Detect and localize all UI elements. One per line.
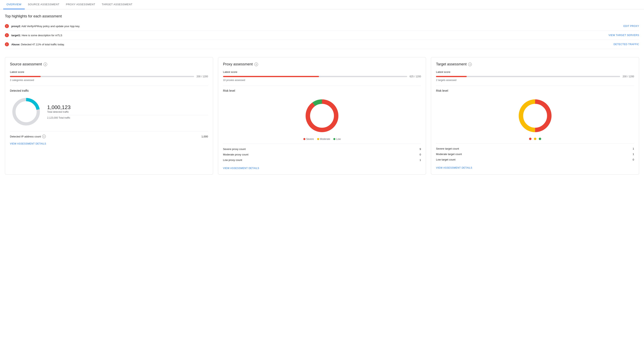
proxy-legend-low: Low: [333, 138, 340, 140]
alert-detail-proxy: Add VerifyAPIKey policy and update your …: [21, 25, 80, 28]
source-view-details-link[interactable]: VIEW ASSESSMENT DETAILS: [10, 142, 46, 145]
detected-traffic-link[interactable]: DETECTED TRAFFIC: [614, 43, 639, 46]
target-legend-severe-dot: [529, 138, 532, 140]
source-score-value: 200 / 1200: [196, 75, 208, 78]
target-divider-1: [436, 86, 634, 86]
source-traffic-content: 1,000,123 Total detected traffic 2,123,0…: [10, 96, 208, 128]
target-low-row: Low target count 0: [436, 157, 634, 162]
proxy-low-label: Low proxy count: [223, 158, 242, 162]
proxy-low-count: 1: [420, 158, 421, 162]
alert-left-proxy: ! proxy2: Add VerifyAPIKey policy and up…: [5, 24, 80, 28]
target-score-label: Latest score: [436, 70, 634, 74]
target-severe-row: Severe target count 1: [436, 146, 634, 152]
target-score-bar-row: 200 / 1200: [436, 75, 634, 78]
target-score-section: Latest score 200 / 1200 2 targets assess…: [436, 70, 634, 82]
cards-row: Source assessment i Latest score 200 / 1…: [0, 52, 644, 180]
view-target-servers-link[interactable]: VIEW TARGET SERVERS: [608, 34, 639, 37]
proxy-legend-moderate: Moderate: [317, 138, 330, 140]
target-legend-moderate-dot: [534, 138, 536, 140]
source-title-text: Source assessment: [10, 62, 42, 66]
source-traffic-total: 2,123,000 Total traffic: [47, 116, 208, 119]
source-traffic-divider: [47, 115, 208, 115]
tab-source-assessment[interactable]: SOURCE ASSESSMENT: [25, 0, 63, 9]
alert-row-target: ! target1: Here is some description for …: [5, 31, 639, 40]
target-low-count: 0: [633, 158, 634, 161]
proxy-donut-svg: [302, 96, 342, 136]
target-info-icon[interactable]: i: [468, 62, 472, 66]
alert-text-target: target1: Here is some description for mT…: [11, 34, 62, 37]
source-ip-label: Detected IP address count i: [10, 134, 46, 138]
target-score-track: [436, 76, 620, 77]
source-score-section: Latest score 200 / 1200 2 categories ass…: [10, 70, 208, 82]
alert-row-proxy: ! proxy2: Add VerifyAPIKey policy and up…: [5, 22, 639, 31]
target-severe-count: 1: [633, 147, 634, 150]
highlights-section: Top highlights for each assessment ! pro…: [0, 9, 644, 52]
tab-target-assessment[interactable]: TARGET ASSESSMENT: [98, 0, 136, 9]
tab-bar: OVERVIEW SOURCE ASSESSMENT PROXY ASSESSM…: [0, 0, 644, 9]
source-ip-row: Detected IP address count i 1,000: [10, 131, 208, 138]
target-score-fill: [436, 76, 467, 77]
alert-bold-proxy: proxy2:: [11, 25, 21, 28]
proxy-low-row: Low proxy count 1: [223, 157, 421, 163]
proxy-severe-count: 9: [420, 148, 421, 150]
source-assessment-card: Source assessment i Latest score 200 / 1…: [5, 57, 213, 175]
target-risk-chart: [436, 96, 634, 140]
alert-text-abuse: Abuse: Detected 47.11% of total traffic …: [11, 43, 64, 46]
proxy-risk-label: Risk level: [223, 89, 421, 92]
alert-icon-proxy: !: [5, 24, 9, 28]
proxy-count-rows: Severe proxy count 9 Moderate proxy coun…: [223, 144, 421, 163]
proxy-severe-row: Severe proxy count 9: [223, 146, 421, 152]
proxy-legend-severe-dot: [304, 138, 306, 140]
proxy-score-bar-row: 625 / 1200: [223, 75, 421, 78]
proxy-card-title: Proxy assessment i: [223, 62, 421, 66]
proxy-legend-severe: Severe: [304, 138, 314, 140]
edit-proxy-link[interactable]: EDIT PROXY: [624, 25, 639, 28]
proxy-legend-severe-label: Severe: [306, 138, 314, 140]
source-score-fill: [10, 76, 41, 77]
highlights-title: Top highlights for each assessment: [5, 14, 639, 18]
target-donut-svg: [515, 96, 555, 136]
proxy-legend-low-dot: [333, 138, 335, 140]
source-traffic-count: 1,000,123: [47, 104, 208, 110]
target-low-label: Low target count: [436, 158, 455, 161]
proxy-legend-moderate-dot: [317, 138, 319, 140]
tab-overview[interactable]: OVERVIEW: [3, 0, 25, 9]
target-title-text: Target assessment: [436, 62, 466, 66]
target-card-title: Target assessment i: [436, 62, 634, 66]
proxy-view-details-link[interactable]: VIEW ASSESSMENT DETAILS: [223, 167, 259, 170]
alert-row-abuse: ! Abuse: Detected 47.11% of total traffi…: [5, 40, 639, 49]
source-card-title: Source assessment i: [10, 62, 208, 66]
target-legend: [529, 138, 541, 140]
source-ip-info-icon[interactable]: i: [42, 134, 46, 138]
proxy-score-value: 625 / 1200: [410, 75, 421, 78]
proxy-score-sub: 10 proxies assessed: [223, 79, 421, 82]
alert-text-proxy: proxy2: Add VerifyAPIKey policy and upda…: [11, 25, 80, 28]
proxy-info-icon[interactable]: i: [254, 62, 258, 66]
target-moderate-row: Moderate target count 1: [436, 152, 634, 157]
proxy-moderate-row: Moderate proxy count 0: [223, 152, 421, 157]
alert-left-abuse: ! Abuse: Detected 47.11% of total traffi…: [5, 42, 64, 46]
proxy-legend-low-label: Low: [336, 138, 340, 140]
source-divider-1: [10, 86, 208, 86]
proxy-moderate-label: Moderate proxy count: [223, 153, 248, 156]
source-score-sub: 2 categories assessed: [10, 79, 208, 82]
source-ip-label-text: Detected IP address count: [10, 135, 41, 138]
target-score-value: 200 / 1200: [622, 75, 634, 78]
alert-detail-abuse: Detected 47.11% of total traffic today.: [20, 43, 64, 46]
source-info-icon[interactable]: i: [44, 62, 47, 66]
proxy-severe-label: Severe proxy count: [223, 148, 246, 150]
source-score-bar-row: 200 / 1200: [10, 75, 208, 78]
svg-point-3: [308, 102, 336, 130]
proxy-divider-1: [223, 86, 421, 86]
alert-icon-target: !: [5, 33, 9, 37]
alert-bold-target: target1:: [11, 34, 21, 37]
source-traffic-stats: 1,000,123 Total detected traffic 2,123,0…: [47, 104, 208, 119]
proxy-assessment-card: Proxy assessment i Latest score 625 / 12…: [218, 57, 426, 175]
target-moderate-count: 1: [633, 152, 634, 156]
target-assessment-card: Target assessment i Latest score 200 / 1…: [431, 57, 639, 175]
tab-proxy-assessment[interactable]: PROXY ASSESSMENT: [63, 0, 98, 9]
target-count-rows: Severe target count 1 Moderate target co…: [436, 143, 634, 162]
target-view-details-link[interactable]: VIEW ASSESSMENT DETAILS: [436, 166, 472, 169]
target-moderate-label: Moderate target count: [436, 152, 462, 156]
alert-icon-abuse: !: [5, 42, 9, 46]
